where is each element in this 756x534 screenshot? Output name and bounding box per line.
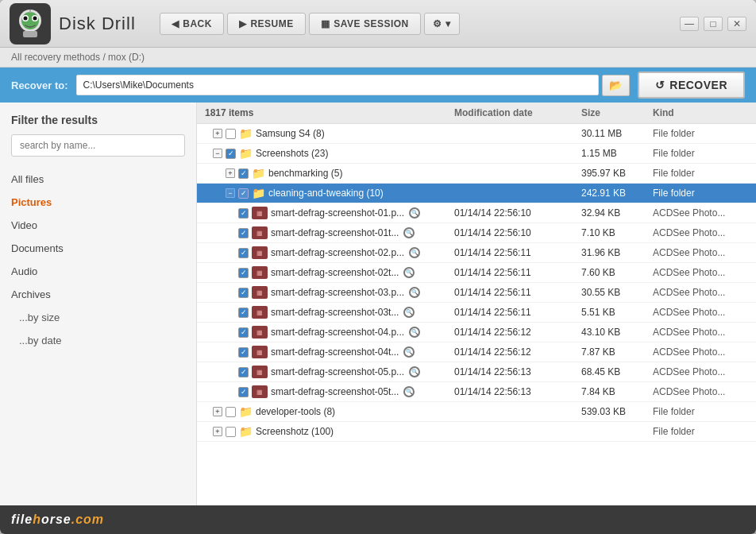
- table-row[interactable]: + 📁 developer-tools (8) 539.03 KB File f…: [197, 402, 756, 422]
- checkbox[interactable]: [238, 288, 249, 298]
- main-content: Filter the results All files Pictures Vi…: [0, 103, 756, 505]
- close-button[interactable]: ✕: [727, 17, 746, 31]
- table-row[interactable]: + 📁 Screenshotz (100) File folder: [197, 422, 756, 442]
- table-row[interactable]: + 📁 benchmarking (5) 395.97 KB File fold…: [197, 164, 756, 184]
- table-row[interactable]: ▦ smart-defrag-screenshot-04t... 🔍 01/14…: [197, 342, 756, 362]
- watermark: filehorse.com: [11, 513, 104, 527]
- checkbox[interactable]: [238, 208, 249, 219]
- size: 43.10 KB: [581, 327, 653, 338]
- mod-date: 01/14/14 22:56:10: [454, 227, 581, 238]
- preview-icon[interactable]: 🔍: [403, 346, 415, 358]
- sidebar-item-by-date[interactable]: ...by date: [0, 329, 196, 352]
- preview-icon[interactable]: 🔍: [409, 327, 420, 338]
- mod-date: 01/14/14 22:56:12: [454, 346, 581, 358]
- back-button[interactable]: ◀ BACK: [160, 13, 224, 35]
- recover-button[interactable]: ↺ RECOVER: [638, 72, 745, 99]
- resume-button[interactable]: ▶ RESUME: [227, 13, 306, 35]
- kind: ACDSee Photo...: [653, 307, 748, 318]
- table-row[interactable]: − 📁 cleaning-and-tweaking (10) 242.91 KB…: [197, 184, 756, 203]
- preview-icon[interactable]: 🔍: [409, 247, 420, 258]
- size: 539.03 KB: [581, 406, 653, 417]
- checkbox[interactable]: [238, 268, 249, 278]
- expand-icon[interactable]: +: [213, 407, 222, 416]
- expand-icon[interactable]: +: [213, 427, 222, 436]
- maximize-button[interactable]: □: [704, 17, 723, 31]
- preview-icon[interactable]: 🔍: [409, 207, 420, 219]
- table-row[interactable]: ▦ smart-defrag-screenshot-02t... 🔍 01/14…: [197, 263, 756, 283]
- folder-icon: 📁: [239, 127, 253, 140]
- svg-rect-7: [23, 31, 37, 37]
- image-thumbnail: ▦: [252, 286, 268, 299]
- recover-icon: ↺: [655, 79, 665, 91]
- table-row[interactable]: ▦ smart-defrag-screenshot-04.p... 🔍 01/1…: [197, 323, 756, 342]
- save-icon: ▦: [321, 18, 330, 29]
- kind: ACDSee Photo...: [653, 247, 748, 258]
- mod-date: 01/14/14 22:56:11: [454, 287, 581, 298]
- preview-icon[interactable]: 🔍: [409, 366, 420, 377]
- svg-point-6: [33, 16, 37, 20]
- kind: ACDSee Photo...: [653, 366, 748, 377]
- preview-icon[interactable]: 🔍: [403, 227, 415, 238]
- preview-icon[interactable]: 🔍: [403, 267, 415, 278]
- back-icon: ◀: [172, 18, 179, 29]
- checkbox[interactable]: [226, 427, 236, 437]
- sidebar-item-archives[interactable]: Archives: [0, 283, 196, 306]
- expand-icon[interactable]: +: [213, 129, 222, 138]
- size: 7.10 KB: [581, 227, 653, 238]
- sidebar-item-video[interactable]: Video: [0, 214, 196, 237]
- table-row[interactable]: ▦ smart-defrag-screenshot-02.p... 🔍 01/1…: [197, 243, 756, 263]
- preview-icon[interactable]: 🔍: [409, 287, 420, 298]
- table-row[interactable]: − 📁 Screenshots (23) 1.15 MB File folder: [197, 144, 756, 164]
- checkbox[interactable]: [238, 188, 249, 199]
- browse-folder-button[interactable]: 📂: [602, 75, 630, 96]
- checkbox[interactable]: [238, 168, 249, 179]
- expand-icon[interactable]: +: [226, 168, 235, 178]
- app-title: Disk Drill: [59, 14, 136, 34]
- table-row[interactable]: ▦ smart-defrag-screenshot-05.p... 🔍 01/1…: [197, 362, 756, 382]
- sidebar-item-audio[interactable]: Audio: [0, 260, 196, 283]
- checkbox[interactable]: [226, 149, 236, 159]
- folder-open-icon: 📂: [609, 79, 623, 91]
- checkbox[interactable]: [226, 129, 236, 139]
- sidebar-item-documents[interactable]: Documents: [0, 237, 196, 260]
- checkbox[interactable]: [238, 387, 249, 397]
- checkbox[interactable]: [238, 308, 249, 318]
- save-session-button[interactable]: ▦ SAVE SESSION: [309, 13, 421, 35]
- settings-button[interactable]: ⚙▾: [424, 13, 460, 35]
- preview-icon[interactable]: 🔍: [403, 307, 415, 318]
- image-thumbnail: ▦: [252, 306, 268, 319]
- checkbox[interactable]: [238, 367, 249, 377]
- size: 7.60 KB: [581, 267, 653, 278]
- sidebar-item-by-size[interactable]: ...by size: [0, 306, 196, 329]
- checkbox[interactable]: [238, 248, 249, 258]
- folder-icon: 📁: [239, 425, 253, 438]
- checkbox[interactable]: [226, 407, 236, 417]
- expand-icon[interactable]: −: [226, 188, 235, 198]
- table-row[interactable]: + 📁 Samsung S4 (8) 30.11 MB File folder: [197, 124, 756, 144]
- preview-icon[interactable]: 🔍: [403, 386, 415, 397]
- sidebar-item-pictures[interactable]: Pictures: [0, 191, 196, 214]
- mod-date: 01/14/14 22:56:11: [454, 247, 581, 258]
- minimize-button[interactable]: —: [680, 17, 699, 31]
- header-mod-date: Modification date: [454, 107, 581, 118]
- folder-icon: 📁: [239, 147, 253, 160]
- app-window: Disk Drill ◀ BACK ▶ RESUME ▦ SAVE SESSIO…: [0, 0, 756, 534]
- mod-date: 01/14/14 22:56:13: [454, 386, 581, 397]
- size: 31.96 KB: [581, 247, 653, 258]
- table-row[interactable]: ▦ smart-defrag-screenshot-03.p... 🔍 01/1…: [197, 283, 756, 303]
- table-row[interactable]: ▦ smart-defrag-screenshot-01.p... 🔍 01/1…: [197, 203, 756, 223]
- search-input[interactable]: [11, 134, 185, 157]
- size: 32.94 KB: [581, 207, 653, 219]
- sidebar-item-all-files[interactable]: All files: [0, 168, 196, 191]
- kind: ACDSee Photo...: [653, 327, 748, 338]
- table-row[interactable]: ▦ smart-defrag-screenshot-03t... 🔍 01/14…: [197, 303, 756, 323]
- checkbox[interactable]: [238, 347, 249, 358]
- checkbox[interactable]: [238, 228, 249, 238]
- image-thumbnail: ▦: [252, 226, 268, 239]
- checkbox[interactable]: [238, 327, 249, 338]
- table-row[interactable]: ▦ smart-defrag-screenshot-05t... 🔍 01/14…: [197, 382, 756, 402]
- table-row[interactable]: ▦ smart-defrag-screenshot-01t... 🔍 01/14…: [197, 223, 756, 243]
- kind: ACDSee Photo...: [653, 227, 748, 238]
- recover-path-input[interactable]: [76, 75, 599, 95]
- expand-icon[interactable]: −: [213, 149, 222, 158]
